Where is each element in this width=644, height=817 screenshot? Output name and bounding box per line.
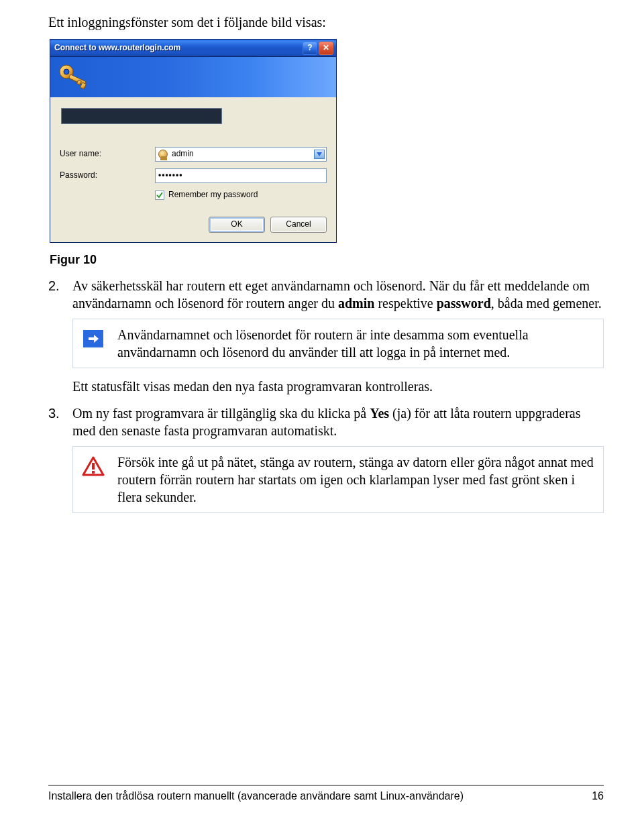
password-value: •••••••	[158, 170, 182, 181]
dialog-title: Connect to www.routerlogin.com	[54, 43, 301, 54]
username-value: admin	[172, 149, 194, 160]
admin-bold: admin	[338, 296, 374, 311]
t: respektive	[374, 296, 436, 311]
footer-section-title: Installera den trådlösa routern manuellt…	[48, 789, 464, 804]
t: , båda med gemener.	[491, 296, 602, 311]
dialog-realm-box	[61, 108, 222, 124]
step-2: 2. Av säkerhetsskäl har routern ett eget…	[48, 277, 604, 395]
svg-point-1	[64, 69, 69, 74]
username-row: User name: admin	[60, 147, 327, 162]
step-2-number: 2.	[48, 277, 60, 294]
arrow-right-icon	[83, 330, 103, 347]
password-bold: password	[437, 296, 491, 311]
step-3-text: Om ny fast programvara är tillgänglig sk…	[72, 404, 604, 439]
page-number: 16	[592, 789, 604, 804]
step-2-text-2: Ett statusfält visas medan den nya fasta…	[72, 378, 604, 395]
help-icon: ?	[307, 43, 312, 54]
password-row: Password: •••••••	[60, 168, 327, 183]
svg-rect-5	[92, 463, 95, 470]
username-input[interactable]: admin	[155, 147, 327, 162]
yes-bold: Yes	[370, 406, 389, 421]
step-3-number: 3.	[48, 404, 60, 422]
warning-callout-text: Försök inte gå ut på nätet, stänga av ro…	[117, 453, 594, 506]
username-label: User name:	[60, 149, 155, 160]
password-input[interactable]: •••••••	[155, 168, 327, 183]
warning-icon	[81, 456, 105, 476]
keys-icon	[56, 61, 93, 93]
cancel-button[interactable]: Cancel	[270, 217, 327, 233]
dialog-titlebar: Connect to www.routerlogin.com ? ✕	[50, 40, 336, 57]
user-icon	[158, 150, 168, 159]
remember-row: Remember my password	[155, 190, 327, 201]
info-callout-text: Användarnamnet och lösenordet för router…	[117, 326, 594, 361]
page-footer: Installera den trådlösa routern manuellt…	[48, 785, 604, 804]
close-button[interactable]: ✕	[319, 42, 333, 55]
ok-button[interactable]: OK	[209, 217, 265, 233]
remember-label: Remember my password	[168, 190, 258, 201]
warning-callout: Försök inte gå ut på nätet, stänga av ro…	[72, 446, 604, 513]
svg-rect-6	[92, 471, 95, 474]
info-callout: Användarnamnet och lösenordet för router…	[72, 319, 604, 368]
figure-caption: Figur 10	[50, 252, 604, 268]
dialog-body: User name: admin Password: ••••••• Remem…	[50, 97, 336, 217]
t: Om ny fast programvara är tillgänglig sk…	[72, 406, 370, 421]
chevron-down-icon	[317, 152, 322, 156]
close-icon: ✕	[323, 43, 329, 54]
password-label: Password:	[60, 170, 155, 181]
dropdown-button[interactable]	[314, 150, 325, 159]
step-3: 3. Om ny fast programvara är tillgänglig…	[48, 404, 604, 513]
step-2-text: Av säkerhetsskäl har routern ett eget an…	[72, 277, 604, 312]
login-dialog: Connect to www.routerlogin.com ? ✕	[50, 39, 337, 243]
dialog-banner	[50, 57, 336, 97]
info-icon-wrap	[81, 329, 105, 349]
check-icon	[156, 192, 163, 199]
remember-checkbox[interactable]	[155, 190, 164, 200]
intro-text: Ett inloggningsfönster som det i följand…	[48, 13, 604, 31]
dialog-button-row: OK Cancel	[50, 217, 336, 242]
help-button[interactable]: ?	[303, 42, 317, 55]
